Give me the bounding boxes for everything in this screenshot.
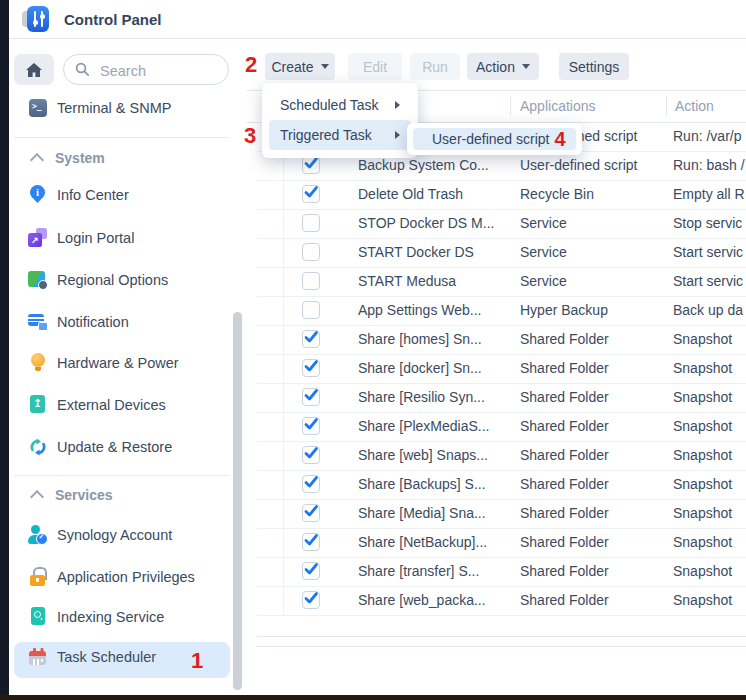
sidebar-item-indexing-service[interactable]: Indexing Service — [28, 603, 164, 631]
sidebar-item-label: Regional Options — [57, 272, 168, 288]
checkbox-unchecked[interactable] — [302, 214, 320, 232]
table-row[interactable]: START MedusaServiceStart servic — [257, 267, 746, 297]
checkbox-checked[interactable] — [302, 330, 320, 348]
checkbox-unchecked[interactable] — [302, 243, 320, 261]
section-label: System — [55, 150, 105, 166]
task-name: Share [docker] Sn... — [358, 354, 482, 383]
table-row[interactable]: Share [NetBackup]...Shared FolderSnapsho… — [257, 528, 746, 558]
checkbox-checked[interactable] — [302, 446, 320, 464]
task-name: Delete Old Trash — [358, 180, 463, 209]
task-name: Share [transfer] S... — [358, 557, 479, 586]
sidebar-section-system[interactable]: System — [32, 148, 105, 168]
login-portal-icon — [28, 228, 48, 248]
task-application: Recycle Bin — [520, 180, 594, 209]
search-input[interactable] — [98, 55, 222, 86]
table-row[interactable]: Share [Backups] S...Shared FolderSnapsho… — [257, 470, 746, 500]
table-row[interactable]: Share [Resilio Syn...Shared FolderSnapsh… — [257, 383, 746, 413]
sidebar-divider — [14, 137, 229, 138]
sidebar-item-regional-options[interactable]: Regional Options — [28, 266, 168, 294]
task-name: Share [Backups] S... — [358, 470, 486, 499]
checkbox-checked[interactable] — [302, 388, 320, 406]
sidebar-item-hardware-power[interactable]: Hardware & Power — [28, 349, 179, 377]
task-action: Start servic — [673, 267, 743, 296]
sidebar-item-application-privileges[interactable]: Application Privileges — [28, 563, 195, 591]
table-row[interactable]: Share [web_packa...Shared FolderSnapshot — [257, 586, 746, 616]
home-button[interactable] — [14, 54, 54, 85]
task-action: Snapshot — [673, 325, 732, 354]
table-row[interactable]: Delete Old TrashRecycle BinEmpty all R — [257, 180, 746, 210]
checkbox-checked[interactable] — [302, 417, 320, 435]
table-row[interactable]: Share [docker] Sn...Shared FolderSnapsho… — [257, 354, 746, 384]
caret-down-icon — [522, 64, 530, 69]
task-name: Share [NetBackup]... — [358, 528, 487, 557]
annotation-3: 3 — [244, 125, 256, 147]
sidebar-item-label: Indexing Service — [57, 609, 164, 625]
home-icon — [25, 62, 43, 78]
hardware-power-icon — [28, 353, 48, 373]
window-title: Control Panel — [64, 11, 162, 28]
button-label: Action — [476, 59, 515, 75]
caret-down-icon — [321, 64, 329, 69]
synology-account-icon — [28, 525, 48, 545]
checkbox-unchecked[interactable] — [302, 301, 320, 319]
checkbox-checked[interactable] — [302, 185, 320, 203]
sidebar-item-label: Application Privileges — [57, 569, 195, 585]
menu-item-scheduled-task[interactable]: Scheduled Task — [269, 90, 411, 120]
task-action: Run: /var/p — [673, 122, 741, 151]
external-devices-icon — [28, 395, 48, 415]
task-action: Snapshot — [673, 383, 732, 412]
sidebar-item-task-scheduler[interactable]: Task Scheduler — [28, 643, 156, 671]
task-application: Shared Folder — [520, 325, 609, 354]
sidebar-item-label: External Devices — [57, 397, 166, 413]
sidebar-scrollbar-thumb[interactable] — [233, 312, 242, 690]
sidebar-item-terminal-snmp[interactable]: Terminal & SNMP — [28, 94, 171, 122]
menu-item-user-defined-script[interactable]: User-defined script 4 — [413, 128, 576, 150]
sidebar-item-synology-account[interactable]: Synology Account — [28, 521, 172, 549]
column-header-action[interactable]: Action — [675, 90, 714, 122]
sidebar-item-label: Terminal & SNMP — [57, 100, 171, 116]
sidebar: Terminal & SNMPSystemiInfo CenterLogin P… — [9, 38, 248, 695]
task-action: Snapshot — [673, 557, 732, 586]
menu-item-triggered-task[interactable]: Triggered Task — [269, 120, 411, 150]
sidebar-section-services[interactable]: Services — [32, 485, 113, 505]
sidebar-item-login-portal[interactable]: Login Portal — [28, 224, 134, 252]
table-row[interactable]: Share [Media] Sna...Shared FolderSnapsho… — [257, 499, 746, 529]
search-box[interactable] — [63, 54, 229, 85]
create-button[interactable]: Create — [265, 53, 335, 80]
table-row[interactable]: Share [transfer] S...Shared FolderSnapsh… — [257, 557, 746, 587]
action-button[interactable]: Action — [467, 53, 539, 80]
table-row[interactable]: Share [homes] Sn...Shared FolderSnapshot — [257, 325, 746, 355]
indexing-service-icon — [28, 607, 48, 627]
checkbox-unchecked[interactable] — [302, 272, 320, 290]
table-row[interactable]: Share [web] Snaps...Shared FolderSnapsho… — [257, 441, 746, 471]
column-separator — [510, 96, 511, 116]
task-application: Shared Folder — [520, 557, 609, 586]
checkbox-checked[interactable] — [302, 533, 320, 551]
column-header-applications[interactable]: Applications — [520, 90, 596, 122]
sidebar-item-external-devices[interactable]: External Devices — [28, 391, 166, 419]
task-name: Share [homes] Sn... — [358, 325, 482, 354]
checkbox-checked[interactable] — [302, 504, 320, 522]
table-row[interactable]: STOP Docker DS M...ServiceStop servic — [257, 209, 746, 239]
table-row[interactable]: Share [PlexMediaS...Shared FolderSnapsho… — [257, 412, 746, 442]
sidebar-item-info-center[interactable]: iInfo Center — [28, 181, 129, 209]
checkbox-checked[interactable] — [302, 475, 320, 493]
table-row[interactable]: START Docker DSServiceStart servic — [257, 238, 746, 268]
checkbox-checked[interactable] — [302, 591, 320, 609]
task-application: Shared Folder — [520, 499, 609, 528]
settings-button[interactable]: Settings — [559, 53, 629, 80]
table-row[interactable]: App Settings Web...Hyper BackupBack up d… — [257, 296, 746, 326]
sidebar-item-notification[interactable]: Notification — [28, 308, 129, 336]
footer-line — [257, 646, 746, 647]
run-button: Run — [410, 53, 460, 80]
task-application: Service — [520, 238, 567, 267]
submenu-arrow-icon — [395, 101, 400, 109]
checkbox-checked[interactable] — [302, 359, 320, 377]
checkbox-checked[interactable] — [302, 156, 320, 174]
sidebar-item-update-restore[interactable]: Update & Restore — [28, 433, 172, 461]
checkbox-checked[interactable] — [302, 562, 320, 580]
task-action: Snapshot — [673, 441, 732, 470]
control-panel-icon — [22, 6, 50, 32]
task-action: Snapshot — [673, 528, 732, 557]
search-icon — [75, 62, 90, 77]
